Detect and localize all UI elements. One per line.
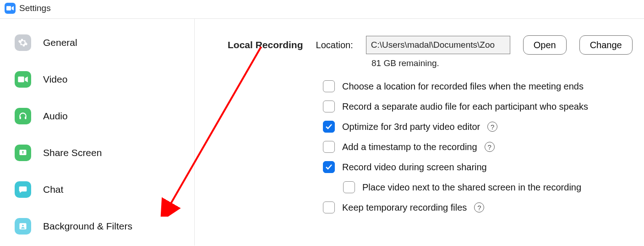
option-label: Record video during screen sharing bbox=[342, 162, 487, 173]
zoom-app-icon bbox=[5, 3, 16, 14]
sidebar-item-label: Background & Filters bbox=[43, 221, 132, 232]
opt-keep-temp-files[interactable]: Keep temporary recording files ? bbox=[323, 201, 635, 213]
checkbox[interactable] bbox=[323, 161, 335, 173]
sidebar-item-chat[interactable]: Chat bbox=[9, 177, 169, 202]
sidebar-item-label: General bbox=[43, 37, 77, 48]
svg-rect-1 bbox=[18, 77, 24, 82]
opt-record-during-share[interactable]: Record video during screen sharing bbox=[323, 161, 635, 173]
svg-rect-2 bbox=[20, 117, 21, 119]
change-button[interactable]: Change bbox=[579, 35, 633, 55]
storage-remaining: 81 GB remaining. bbox=[371, 58, 635, 68]
background-filters-icon bbox=[15, 218, 31, 235]
recording-options: Choose a location for recorded files whe… bbox=[323, 80, 635, 213]
sidebar-item-label: Chat bbox=[43, 184, 63, 195]
sidebar-item-label: Video bbox=[43, 74, 67, 85]
sidebar-item-general[interactable]: General bbox=[9, 30, 169, 56]
svg-point-6 bbox=[22, 225, 24, 227]
opt-place-video-next[interactable]: Place video next to the shared screen in… bbox=[343, 181, 635, 193]
sidebar-item-label: Audio bbox=[43, 111, 68, 122]
checkbox[interactable] bbox=[323, 121, 335, 133]
section-title: Local Recording bbox=[228, 39, 303, 50]
sidebar-item-background-filters[interactable]: Background & Filters bbox=[9, 213, 169, 239]
open-button[interactable]: Open bbox=[523, 35, 567, 55]
svg-rect-3 bbox=[25, 117, 26, 119]
sidebar-item-share-screen[interactable]: Share Screen bbox=[9, 140, 169, 166]
checkbox[interactable] bbox=[323, 101, 335, 112]
option-label: Keep temporary recording files bbox=[342, 202, 467, 213]
help-icon[interactable]: ? bbox=[485, 142, 495, 152]
opt-separate-audio[interactable]: Record a separate audio file for each pa… bbox=[323, 101, 635, 112]
opt-optimize-3rd-party[interactable]: Optimize for 3rd party video editor ? bbox=[323, 121, 635, 133]
opt-choose-location[interactable]: Choose a location for recorded files whe… bbox=[323, 80, 635, 92]
video-icon bbox=[15, 71, 31, 88]
option-label: Place video next to the shared screen in… bbox=[362, 182, 581, 193]
sidebar-item-video[interactable]: Video bbox=[9, 67, 169, 92]
titlebar: Settings bbox=[0, 0, 644, 19]
checkbox[interactable] bbox=[323, 80, 335, 92]
svg-rect-0 bbox=[6, 6, 11, 10]
location-path-field[interactable]: C:\Users\madal\Documents\Zoo bbox=[366, 36, 510, 54]
help-icon[interactable]: ? bbox=[474, 202, 484, 212]
opt-add-timestamp[interactable]: Add a timestamp to the recording ? bbox=[323, 141, 635, 153]
window-title: Settings bbox=[19, 3, 51, 13]
settings-main-panel: Local Recording Location: C:\Users\madal… bbox=[195, 19, 644, 246]
gear-icon bbox=[15, 34, 31, 51]
sidebar-item-label: Share Screen bbox=[43, 147, 102, 158]
location-path-value: C:\Users\madal\Documents\Zoo bbox=[371, 40, 495, 50]
option-label: Optimize for 3rd party video editor bbox=[342, 122, 480, 132]
share-screen-icon bbox=[15, 145, 31, 161]
option-label: Add a timestamp to the recording bbox=[342, 142, 477, 152]
sidebar-item-audio[interactable]: Audio bbox=[9, 103, 169, 129]
settings-sidebar: General Video Audio Share Screen Chat bbox=[0, 19, 195, 246]
option-label: Record a separate audio file for each pa… bbox=[342, 101, 588, 112]
option-label: Choose a location for recorded files whe… bbox=[342, 81, 584, 92]
location-label: Location: bbox=[316, 40, 353, 50]
help-icon[interactable]: ? bbox=[487, 122, 497, 132]
checkbox[interactable] bbox=[323, 141, 335, 153]
headphones-icon bbox=[15, 108, 31, 124]
checkbox[interactable] bbox=[343, 181, 355, 193]
checkbox[interactable] bbox=[323, 201, 335, 213]
chat-icon bbox=[15, 181, 31, 198]
